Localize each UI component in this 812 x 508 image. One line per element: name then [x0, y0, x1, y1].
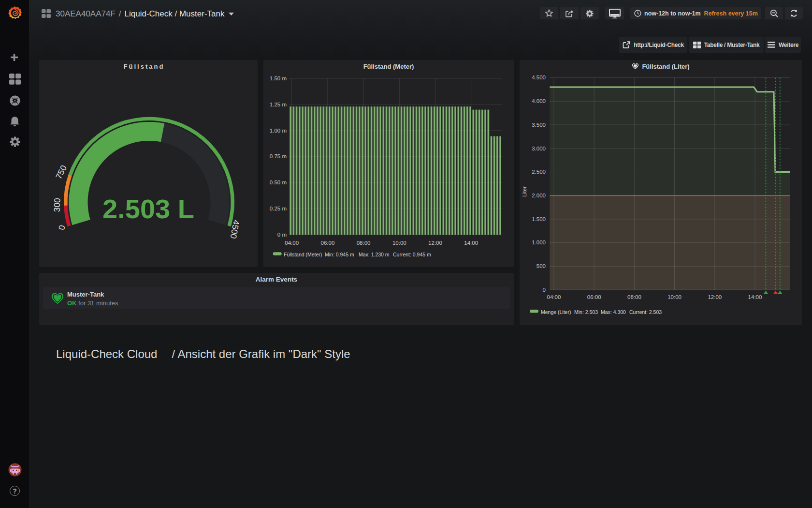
svg-text:2.500: 2.500: [532, 169, 546, 175]
svg-text:2.503 L: 2.503 L: [102, 194, 194, 224]
svg-text:14:00: 14:00: [464, 240, 478, 246]
svg-text:0.25 m: 0.25 m: [270, 206, 287, 211]
svg-text:Füllstand (Meter): Füllstand (Meter): [284, 252, 322, 257]
svg-text:12:00: 12:00: [428, 240, 442, 246]
svg-text:4.500: 4.500: [532, 75, 546, 80]
svg-text:12:00: 12:00: [708, 294, 722, 300]
svg-text:3.500: 3.500: [532, 122, 546, 128]
svg-text:Max: 4.300: Max: 4.300: [601, 309, 626, 315]
svg-text:3.000: 3.000: [532, 146, 546, 151]
svg-text:0.50 m: 0.50 m: [270, 179, 287, 185]
svg-text:1.25 m: 1.25 m: [270, 102, 287, 107]
svg-text:10:00: 10:00: [392, 240, 406, 246]
svg-text:1.00 m: 1.00 m: [270, 128, 287, 134]
svg-text:Current: 2.503: Current: 2.503: [629, 309, 662, 315]
svg-text:04:00: 04:00: [285, 240, 299, 246]
svg-text:06:00: 06:00: [587, 294, 601, 300]
svg-text:08:00: 08:00: [357, 240, 371, 246]
svg-text:4.000: 4.000: [532, 98, 546, 104]
svg-text:10:00: 10:00: [667, 294, 682, 300]
svg-text:14:00: 14:00: [748, 294, 762, 300]
svg-text:2.000: 2.000: [532, 193, 546, 198]
svg-text:0.75 m: 0.75 m: [270, 153, 287, 159]
svg-text:0: 0: [57, 224, 67, 231]
svg-text:500: 500: [536, 263, 546, 269]
svg-text:Min: 0.945 m: Min: 0.945 m: [325, 252, 354, 257]
svg-text:0 m: 0 m: [277, 232, 287, 238]
svg-text:1.000: 1.000: [532, 239, 546, 245]
svg-text:08:00: 08:00: [627, 294, 641, 300]
svg-text:04:00: 04:00: [547, 294, 561, 300]
svg-text:Menge (Liter): Menge (Liter): [541, 309, 571, 315]
svg-text:Liter: Liter: [522, 186, 527, 197]
svg-text:0: 0: [543, 287, 546, 293]
svg-text:1.500: 1.500: [532, 216, 546, 222]
svg-text:06:00: 06:00: [321, 240, 335, 246]
svg-text:750: 750: [54, 164, 69, 180]
svg-text:300: 300: [52, 198, 62, 212]
svg-text:Min: 2.503: Min: 2.503: [574, 309, 598, 315]
svg-text:Current: 0.945 m: Current: 0.945 m: [393, 252, 431, 257]
svg-text:Max: 1.230 m: Max: 1.230 m: [359, 252, 390, 257]
svg-text:1.50 m: 1.50 m: [270, 75, 287, 81]
